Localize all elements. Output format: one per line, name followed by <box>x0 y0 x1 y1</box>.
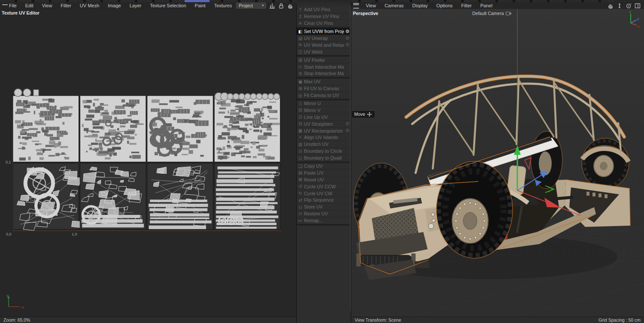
menu-item-textures[interactable]: Textures <box>210 3 237 9</box>
gear-icon[interactable]: ⚙ <box>344 128 349 133</box>
cmd-paste-uv[interactable]: ▤Paste UV <box>297 169 351 176</box>
texture-uv-editor-panel: FileEditViewFilterUV MeshImageLayerTextu… <box>0 2 296 323</box>
menu-item-edit[interactable]: Edit <box>21 3 38 9</box>
maximize-icon[interactable] <box>635 3 641 9</box>
camera-label[interactable]: Default Camera <box>472 11 511 16</box>
cmd-restore-uv[interactable]: ⊓Restore UV <box>297 211 351 217</box>
cmd-boundary-to-circle[interactable]: ⊙Boundary to Circle <box>297 148 351 155</box>
menu-item-display[interactable]: Display <box>408 3 432 9</box>
stop-interactive-mapping-icon: ⊘ <box>297 71 304 76</box>
hand-icon[interactable] <box>287 3 293 9</box>
cmd-label: Add UV Pins <box>304 7 344 12</box>
v-axis-label: V <box>6 294 9 298</box>
menu-item-view[interactable]: View <box>38 3 57 9</box>
hand-icon[interactable] <box>608 3 614 9</box>
cmd-clear-uv-pins[interactable]: ✕Clear UV Pins <box>297 20 351 27</box>
menu-item-options[interactable]: Options <box>432 3 457 9</box>
cmd-align-uv-islands[interactable]: ⌗Align UV Islands <box>297 134 351 141</box>
scene-render[interactable] <box>351 9 644 317</box>
uv-tile-3-0[interactable] <box>214 93 280 162</box>
menu-item-panel[interactable]: Panel <box>476 3 497 9</box>
uv-tile-1-0[interactable] <box>80 96 146 162</box>
cmd-uv-unwrap[interactable]: ▤UV Unwrap⚙ <box>297 35 351 42</box>
cmd-uv-straighten[interactable]: ⊟UV Straighten⚙ <box>297 121 351 127</box>
gizmo-plane-handle[interactable] <box>525 158 531 169</box>
cmd-start-interactive-mapping[interactable]: ▷Start Interactive Mapping <box>297 63 351 70</box>
cmd-add-uv-pins[interactable]: †Add UV Pins <box>297 6 351 13</box>
cmd-mirror-v[interactable]: ⊟Mirror V <box>297 107 351 114</box>
cmd-remap[interactable]: ↦Remap... <box>297 217 351 224</box>
cmd-uv-rectangularize[interactable]: ▦UV Rectangularize⚙ <box>297 127 351 134</box>
cmd-set-uvw-from-projection[interactable]: ◧Set UVW from Projection⚙ <box>297 28 351 35</box>
panel-grip[interactable] <box>297 2 351 6</box>
cmd-max-uv[interactable]: ▣Max UV <box>297 78 351 85</box>
scrollbar[interactable] <box>350 6 351 311</box>
cmd-label: Start Interactive Mapping <box>304 64 344 69</box>
cmd-label: Align UV Islands <box>304 135 344 140</box>
cmd-unstitch-uv[interactable]: ▥Unstitch UV <box>297 141 351 148</box>
cmd-fit-uv-to-canvas[interactable]: ⊞Fit UV to Canvas <box>297 85 351 92</box>
remove-uv-pins-icon: ‡ <box>297 14 304 19</box>
uv-tile-3-1[interactable] <box>214 163 280 229</box>
menu-item-filter[interactable]: Filter <box>457 3 476 9</box>
menu-item-paint[interactable]: Paint <box>191 3 210 9</box>
cmd-boundary-to-quad[interactable]: ◻Boundary to Quad <box>297 155 351 162</box>
cmd-cycle-uv-ccw[interactable]: ↺Cycle UV CCW <box>297 183 351 190</box>
uv-tile-2-0[interactable] <box>147 96 213 162</box>
cmd-label: Copy UV <box>304 163 344 169</box>
cmd-uv-peeler[interactable]: ▥UV Peeler <box>297 57 351 63</box>
gear-icon[interactable]: ⚙ <box>344 36 349 41</box>
menu-item-filter[interactable]: Filter <box>56 3 75 9</box>
menu-item-layer[interactable]: Layer <box>125 3 146 9</box>
uv-axis-label-v1: 0,1 <box>6 160 11 164</box>
zoom-vertical-icon[interactable] <box>617 3 623 9</box>
cmd-mirror-u[interactable]: ▯Mirror U <box>297 100 351 107</box>
uv-tile-0-0[interactable] <box>13 89 79 162</box>
cmd-flip-sequence[interactable]: ⇄Flip Sequence <box>297 197 351 204</box>
cmd-uv-weld-and-relax[interactable]: ≋UV Weld and Relax⚙ <box>297 42 351 48</box>
cmd-fit-canvas-to-uv[interactable]: ◎Fit Canvas to UV <box>297 92 351 99</box>
uv-tile-2-1[interactable] <box>147 163 213 229</box>
gear-icon[interactable]: ⚙ <box>344 121 349 127</box>
gear-icon[interactable]: ⚙ <box>344 29 349 34</box>
uv-straighten-icon: ⊟ <box>297 121 304 126</box>
uv-tile-0-1[interactable] <box>13 163 82 230</box>
wheel-front[interactable] <box>436 161 513 258</box>
cmd-label: Restore UV <box>304 211 344 216</box>
gear-icon[interactable]: ⚙ <box>344 42 349 48</box>
cmd-label: Paste UV <box>304 170 344 175</box>
cmd-label: Cycle UV CW <box>304 191 344 196</box>
cmd-label: Max UV <box>304 79 344 84</box>
cmd-copy-uv[interactable]: ❏Copy UV <box>297 163 351 170</box>
uv-unwrap-icon: ▤ <box>297 36 304 41</box>
project-dropdown[interactable]: Project ▾ <box>236 3 266 9</box>
cmd-store-uv[interactable]: ⊔Store UV <box>297 204 351 211</box>
cmd-label: Remove UV Pins <box>304 14 344 19</box>
cmd-reset-uv[interactable]: ⊠Reset UV <box>297 176 351 183</box>
menu-item-uv-mesh[interactable]: UV Mesh <box>76 3 103 9</box>
menu-icon[interactable] <box>353 3 359 9</box>
menu-item-texture-selection[interactable]: Texture Selection <box>146 3 190 9</box>
menu-item-image[interactable]: Image <box>103 3 125 9</box>
cmd-cycle-uv-cw[interactable]: ↻Cycle UV CW <box>297 190 351 197</box>
orbit-icon[interactable] <box>626 3 632 9</box>
viewport-3d[interactable]: Perspective Default Camera Move Y Z X <box>351 9 644 317</box>
menu-item-view[interactable]: View <box>361 3 380 9</box>
cmd-remove-uv-pins[interactable]: ‡Remove UV Pins <box>297 13 351 20</box>
application-window: FileEditViewFilterUV MeshImageLayerTextu… <box>0 0 644 323</box>
move-tool-label: Move <box>352 111 374 118</box>
start-interactive-mapping-icon: ▷ <box>297 64 304 69</box>
histogram-icon[interactable] <box>269 3 275 9</box>
uv-islands-view[interactable] <box>0 9 296 317</box>
uv-tile-1-1[interactable] <box>80 163 146 229</box>
boundary-to-quad-icon: ◻ <box>297 156 304 160</box>
uv-canvas[interactable]: Texture UV Editor 0,1 0,0 1,0 V U <box>0 9 296 317</box>
cmd-line-up-uv[interactable]: ⊡Line Up UV <box>297 114 351 121</box>
lock-icon[interactable] <box>278 3 284 9</box>
cmd-stop-interactive-mapping[interactable]: ⊘Stop Interactive Mapping <box>297 70 351 77</box>
remap-icon: ↦ <box>297 218 304 223</box>
cmd-uv-weld[interactable]: ◫UV Weld <box>297 48 351 55</box>
clear-uv-pins-icon: ✕ <box>297 21 304 26</box>
menu-item-file[interactable]: File <box>5 3 21 9</box>
menu-item-cameras[interactable]: Cameras <box>380 3 408 9</box>
